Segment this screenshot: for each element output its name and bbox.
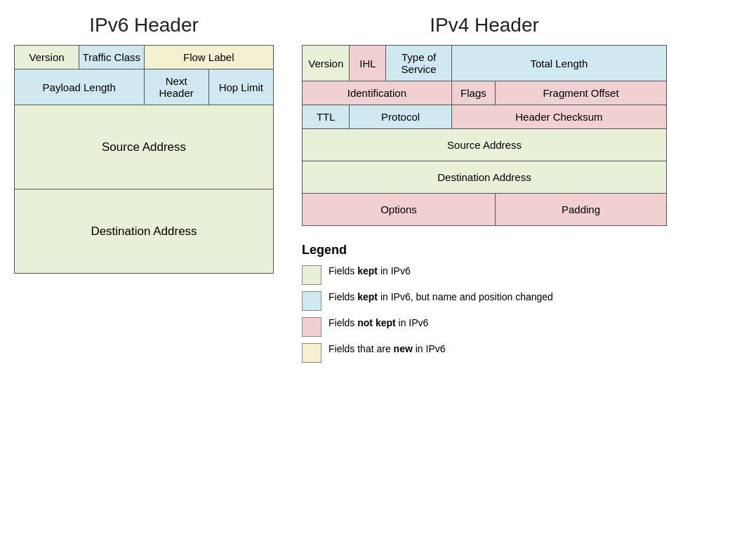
legend-title: Legend [302, 243, 667, 258]
ipv6-version: Version [15, 46, 79, 69]
ipv4-flags: Flags [451, 81, 495, 105]
ipv4-type-of-service: Type of Service [386, 46, 451, 81]
ipv6-payload-length: Payload Length [15, 69, 145, 105]
ipv4-ihl: IHL [350, 46, 386, 81]
ipv6-panel: IPv6 Header Version Traffic Class Flow L… [14, 14, 274, 274]
ipv6-source-address: Source Address [15, 105, 274, 189]
legend-text-new: Fields that are new in IPv6 [329, 342, 446, 356]
main-container: IPv6 Header Version Traffic Class Flow L… [14, 14, 742, 368]
ipv6-row-3: Source Address [15, 105, 274, 189]
ipv4-options: Options [303, 194, 496, 226]
legend-text-not-kept: Fields not kept in IPv6 [329, 316, 428, 330]
ipv4-panel: IPv4 Header Version IHL Type of Service [302, 14, 667, 226]
ipv4-destination-address: Destination Address [303, 161, 667, 194]
legend-text-kept: Fields kept in IPv6 [329, 265, 411, 279]
ipv4-protocol: Protocol [350, 105, 451, 129]
ipv4-row-6: Options Padding [303, 194, 667, 226]
ipv4-row-5: Destination Address [303, 161, 667, 194]
ipv4-identification: Identification [303, 81, 452, 105]
ipv4-row-2: Identification Flags Fragment Offset [303, 81, 667, 105]
ipv4-legend-container: IPv4 Header Version IHL Type of Service [302, 14, 667, 368]
ipv6-traffic-class: Traffic Class [79, 46, 144, 69]
ipv6-table: Version Traffic Class Flow Label Payload… [14, 45, 274, 274]
legend-item-changed: Fields kept in IPv6, but name and positi… [302, 290, 667, 311]
ipv4-padding: Padding [496, 194, 667, 226]
ipv4-version: Version [303, 46, 350, 81]
legend-item-new: Fields that are new in IPv6 [302, 342, 667, 363]
ipv4-table: Version IHL Type of Service Total Length… [302, 45, 667, 226]
legend-box-green [302, 265, 321, 285]
ipv4-total-length: Total Length [451, 46, 666, 81]
ipv4-fragment-offset: Fragment Offset [496, 81, 667, 105]
ipv4-row-1: Version IHL Type of Service Total Length [303, 46, 667, 81]
legend-item-kept: Fields kept in IPv6 [302, 265, 667, 285]
ipv6-row-4: Destination Address [15, 189, 274, 274]
ipv6-title: IPv6 Header [14, 14, 274, 36]
ipv4-header-checksum: Header Checksum [451, 105, 666, 129]
legend-box-cream [302, 343, 321, 363]
ipv6-hop-limit: Hop Limit [208, 69, 273, 105]
legend-box-blue [302, 291, 321, 311]
ipv4-ttl: TTL [303, 105, 350, 129]
ipv6-flow-label: Flow Label [144, 46, 274, 69]
ipv6-destination-address: Destination Address [15, 189, 274, 274]
ipv4-row-4: Source Address [303, 129, 667, 161]
ipv4-row-3: TTL Protocol Header Checksum [303, 105, 667, 129]
ipv6-row-1: Version Traffic Class Flow Label [15, 46, 274, 69]
ipv6-row-2: Payload Length Next Header Hop Limit [15, 69, 274, 105]
legend-text-changed: Fields kept in IPv6, but name and positi… [329, 290, 553, 305]
ipv4-title: IPv4 Header [302, 14, 667, 36]
ipv4-source-address: Source Address [303, 129, 667, 161]
legend-item-not-kept: Fields not kept in IPv6 [302, 316, 667, 337]
ipv6-next-header: Next Header [144, 69, 208, 105]
legend-box-pink [302, 317, 321, 337]
legend-section: Legend Fields kept in IPv6 Fields kept i… [302, 243, 667, 368]
